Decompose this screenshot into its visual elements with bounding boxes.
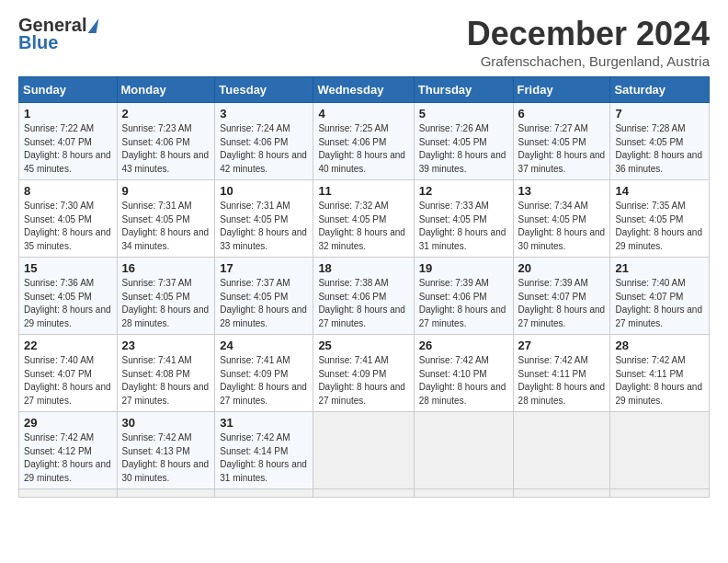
day-detail: Sunrise: 7:41 AM Sunset: 4:09 PM Dayligh…	[220, 354, 308, 408]
calendar-cell: 23 Sunrise: 7:41 AM Sunset: 4:08 PM Dayl…	[117, 335, 215, 412]
day-number: 22	[24, 339, 112, 352]
day-detail: Sunrise: 7:41 AM Sunset: 4:09 PM Dayligh…	[318, 354, 408, 408]
day-detail: Sunrise: 7:41 AM Sunset: 4:08 PM Dayligh…	[122, 354, 210, 408]
logo-triangle	[88, 18, 99, 33]
day-number: 14	[615, 184, 704, 198]
sunset-label: Sunset: 4:05 PM	[419, 214, 487, 224]
daylight-label: Daylight: 8 hours and 29 minutes.	[615, 382, 702, 406]
calendar-cell: 4 Sunrise: 7:25 AM Sunset: 4:06 PM Dayli…	[313, 103, 414, 180]
sunset-label: Sunset: 4:11 PM	[518, 369, 586, 379]
sunset-label: Sunset: 4:07 PM	[615, 292, 683, 302]
calendar-cell: 20 Sunrise: 7:39 AM Sunset: 4:07 PM Dayl…	[513, 258, 610, 335]
day-number: 26	[419, 339, 508, 352]
sunrise-label: Sunrise: 7:26 AM	[419, 123, 489, 133]
calendar-cell: 31 Sunrise: 7:42 AM Sunset: 4:14 PM Dayl…	[215, 412, 313, 489]
day-detail: Sunrise: 7:42 AM Sunset: 4:11 PM Dayligh…	[615, 354, 704, 408]
day-detail: Sunrise: 7:39 AM Sunset: 4:07 PM Dayligh…	[518, 277, 606, 330]
day-detail: Sunrise: 7:42 AM Sunset: 4:11 PM Dayligh…	[518, 354, 606, 408]
calendar-cell: 8 Sunrise: 7:30 AM Sunset: 4:05 PM Dayli…	[19, 180, 118, 258]
sunset-label: Sunset: 4:12 PM	[24, 446, 92, 456]
calendar-table: Sunday Monday Tuesday Wednesday Thursday…	[18, 76, 710, 498]
day-detail: Sunrise: 7:39 AM Sunset: 4:06 PM Dayligh…	[419, 277, 508, 330]
day-number: 19	[419, 261, 508, 275]
day-number: 15	[24, 261, 112, 275]
daylight-label: Daylight: 8 hours and 29 minutes.	[24, 459, 111, 483]
daylight-label: Daylight: 8 hours and 30 minutes.	[518, 227, 606, 251]
calendar-cell	[117, 489, 215, 498]
calendar-cell: 26 Sunrise: 7:42 AM Sunset: 4:10 PM Dayl…	[414, 335, 513, 412]
day-detail: Sunrise: 7:38 AM Sunset: 4:06 PM Dayligh…	[318, 277, 408, 330]
calendar-cell: 10 Sunrise: 7:31 AM Sunset: 4:05 PM Dayl…	[215, 180, 313, 258]
calendar-cell: 1 Sunrise: 7:22 AM Sunset: 4:07 PM Dayli…	[19, 103, 118, 180]
calendar-cell: 29 Sunrise: 7:42 AM Sunset: 4:12 PM Dayl…	[19, 412, 118, 489]
daylight-label: Daylight: 8 hours and 28 minutes.	[220, 304, 307, 328]
daylight-label: Daylight: 8 hours and 28 minutes.	[122, 304, 210, 328]
sunset-label: Sunset: 4:05 PM	[318, 214, 386, 224]
sunrise-label: Sunrise: 7:42 AM	[518, 355, 588, 365]
sunset-label: Sunset: 4:05 PM	[220, 292, 288, 302]
col-tuesday: Tuesday	[215, 77, 313, 103]
day-detail: Sunrise: 7:35 AM Sunset: 4:05 PM Dayligh…	[615, 200, 704, 253]
day-number: 29	[24, 416, 112, 430]
daylight-label: Daylight: 8 hours and 33 minutes.	[220, 227, 307, 251]
day-detail: Sunrise: 7:34 AM Sunset: 4:05 PM Dayligh…	[518, 200, 606, 253]
day-detail: Sunrise: 7:33 AM Sunset: 4:05 PM Dayligh…	[419, 200, 508, 253]
day-number: 12	[419, 184, 508, 198]
calendar-cell	[513, 489, 610, 498]
calendar-cell	[414, 412, 513, 489]
sunrise-label: Sunrise: 7:36 AM	[24, 278, 94, 288]
calendar-cell	[215, 489, 313, 498]
day-number: 17	[220, 261, 308, 275]
day-number: 13	[518, 184, 606, 198]
daylight-label: Daylight: 8 hours and 27 minutes.	[24, 382, 111, 406]
day-detail: Sunrise: 7:36 AM Sunset: 4:05 PM Dayligh…	[24, 277, 112, 330]
sunset-label: Sunset: 4:07 PM	[518, 292, 586, 302]
day-number: 8	[24, 184, 112, 198]
sunrise-label: Sunrise: 7:22 AM	[24, 123, 94, 133]
day-detail: Sunrise: 7:37 AM Sunset: 4:05 PM Dayligh…	[220, 277, 308, 330]
calendar-cell	[610, 489, 710, 498]
subtitle: Grafenschachen, Burgenland, Austria	[467, 53, 710, 69]
daylight-label: Daylight: 8 hours and 39 minutes.	[419, 150, 506, 174]
sunset-label: Sunset: 4:07 PM	[24, 369, 92, 379]
calendar-cell: 18 Sunrise: 7:38 AM Sunset: 4:06 PM Dayl…	[313, 258, 414, 335]
sunset-label: Sunset: 4:05 PM	[518, 214, 586, 224]
day-number: 1	[24, 107, 112, 121]
daylight-label: Daylight: 8 hours and 35 minutes.	[24, 227, 111, 251]
day-number: 28	[615, 339, 704, 352]
calendar-row: 29 Sunrise: 7:42 AM Sunset: 4:12 PM Dayl…	[19, 412, 710, 489]
day-detail: Sunrise: 7:30 AM Sunset: 4:05 PM Dayligh…	[24, 200, 112, 253]
sunrise-label: Sunrise: 7:28 AM	[615, 123, 685, 133]
sunrise-label: Sunrise: 7:41 AM	[318, 355, 388, 365]
daylight-label: Daylight: 8 hours and 40 minutes.	[318, 150, 405, 174]
calendar-row: 1 Sunrise: 7:22 AM Sunset: 4:07 PM Dayli…	[19, 103, 710, 180]
sunset-label: Sunset: 4:05 PM	[615, 137, 683, 147]
sunrise-label: Sunrise: 7:25 AM	[318, 123, 388, 133]
day-detail: Sunrise: 7:37 AM Sunset: 4:05 PM Dayligh…	[122, 277, 210, 330]
day-detail: Sunrise: 7:26 AM Sunset: 4:05 PM Dayligh…	[419, 122, 508, 176]
sunrise-label: Sunrise: 7:39 AM	[419, 278, 489, 288]
sunset-label: Sunset: 4:07 PM	[24, 137, 92, 147]
day-number: 7	[615, 107, 704, 121]
daylight-label: Daylight: 8 hours and 27 minutes.	[615, 304, 702, 328]
calendar-cell: 27 Sunrise: 7:42 AM Sunset: 4:11 PM Dayl…	[513, 335, 610, 412]
sunset-label: Sunset: 4:05 PM	[615, 214, 683, 224]
col-saturday: Saturday	[610, 77, 710, 103]
day-number: 3	[220, 107, 308, 121]
sunset-label: Sunset: 4:08 PM	[122, 369, 190, 379]
calendar-cell: 12 Sunrise: 7:33 AM Sunset: 4:05 PM Dayl…	[414, 180, 513, 258]
calendar-row: 22 Sunrise: 7:40 AM Sunset: 4:07 PM Dayl…	[19, 335, 710, 412]
calendar-cell: 25 Sunrise: 7:41 AM Sunset: 4:09 PM Dayl…	[313, 335, 414, 412]
daylight-label: Daylight: 8 hours and 28 minutes.	[419, 382, 506, 406]
calendar-cell	[313, 489, 414, 498]
day-number: 20	[518, 261, 606, 275]
calendar-cell: 21 Sunrise: 7:40 AM Sunset: 4:07 PM Dayl…	[610, 258, 710, 335]
day-detail: Sunrise: 7:42 AM Sunset: 4:14 PM Dayligh…	[220, 431, 308, 485]
calendar-row: 15 Sunrise: 7:36 AM Sunset: 4:05 PM Dayl…	[19, 258, 710, 335]
sunset-label: Sunset: 4:06 PM	[220, 137, 288, 147]
sunrise-label: Sunrise: 7:27 AM	[518, 123, 588, 133]
sunrise-label: Sunrise: 7:42 AM	[615, 355, 685, 365]
daylight-label: Daylight: 8 hours and 31 minutes.	[419, 227, 506, 251]
day-detail: Sunrise: 7:28 AM Sunset: 4:05 PM Dayligh…	[615, 122, 704, 176]
daylight-label: Daylight: 8 hours and 29 minutes.	[24, 304, 111, 328]
